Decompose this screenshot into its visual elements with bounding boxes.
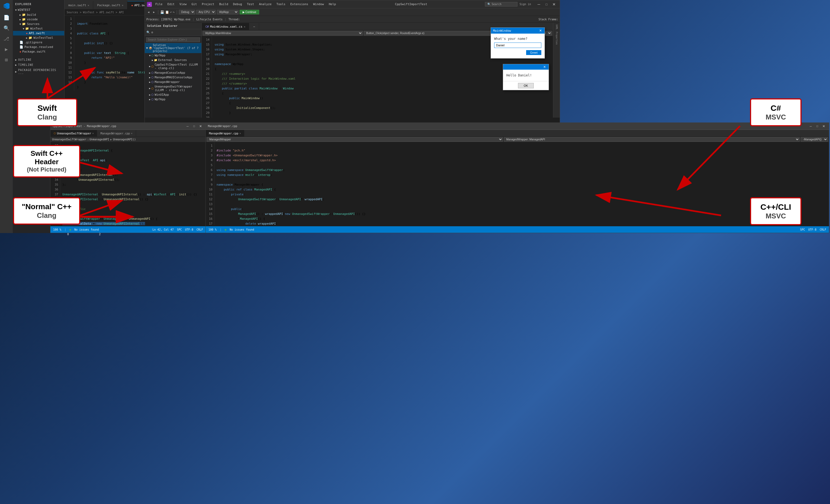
br-win-controls: ─ □ ✕	[808, 124, 827, 129]
dialog-close-btn[interactable]: ✕	[539, 29, 542, 33]
se-external-sources[interactable]: ▶ 📁 External Sources	[145, 58, 201, 62]
br-eol: CRLF	[820, 228, 826, 231]
tab-managed-wrapper-cpp[interactable]: ManagedWrapper.cpp ✕	[97, 130, 136, 137]
solution-explorer: Solution Explorer 🔍 ⚙ ▼ 📦 Solution 'CppS…	[145, 23, 202, 117]
ok-btn[interactable]: OK	[518, 83, 534, 88]
outline-header[interactable]: ▶OUTLINE	[13, 57, 64, 62]
ann-normal-cpp-title: "Normal" C++	[20, 202, 74, 211]
br-maximize-btn[interactable]: □	[814, 124, 820, 129]
se-unmanaged-wrapper[interactable]: ▶ ⬡ UnmanagedSwiftWrapper (LLVM - clang-…	[145, 84, 201, 92]
se-cpp-swift[interactable]: ▶ ⬡ CppSwiftImportTest (LLVM - clang-cl)	[145, 62, 201, 70]
tab-package-swift[interactable]: Package.swift ✕	[93, 1, 127, 9]
dialog-greet-body: What's your name? Greet	[491, 34, 545, 58]
se-winui[interactable]: ▶ ⬡ WinUIApp	[145, 92, 201, 97]
br-code-container[interactable]: 12345 678910 1112131415 1617181920 21222…	[206, 142, 829, 225]
se-header: Solution Explorer	[145, 23, 201, 29]
ann-swift-subtitle: Clang	[24, 113, 71, 122]
se-managed-maui[interactable]: ▶ ⬡ ManagedMAUIConsoleApp	[145, 75, 201, 80]
vscode-tabs-bar: main.swift ✕ Package.swift ✕ ◆ API.swift…	[65, 0, 145, 9]
sidebar-item-api-swift[interactable]: ◆ API.swift	[13, 31, 64, 35]
se-solution-item[interactable]: ▼ 📦 Solution 'CppSwiftImportTest' (7 of …	[145, 43, 201, 53]
vs-close-btn[interactable]: ✕	[550, 1, 557, 7]
target-select[interactable]: WpfApp	[217, 10, 238, 14]
bl-close-btn[interactable]: ✕	[198, 124, 203, 129]
sidebar-item-vscode[interactable]: ▶ 📁 vscode	[13, 17, 64, 22]
bl-no-issues-text: No issues found	[74, 228, 99, 231]
dialog-name-input[interactable]	[494, 42, 541, 48]
br-statusbar: 100 % | ● No issues found SPC UTF-8 CRLF	[206, 226, 829, 233]
sidebar-item-wintest-sub[interactable]: ▼ 📁 WinTest	[13, 26, 64, 31]
sidebar-item-package-swift[interactable]: ◆ Package.swift	[13, 49, 64, 54]
code-content: import Foundation public class API { pub…	[74, 15, 145, 91]
debug-activity-icon[interactable]: ▶	[5, 46, 8, 52]
vs-namespace-select[interactable]: WpfApp.MainWindow	[203, 31, 363, 35]
greet-btn[interactable]: Greet	[526, 50, 541, 55]
sidebar-item-package-resolved[interactable]: 📄 Package.resolved	[13, 45, 64, 49]
br-titlebar: ManagedWrapper.cpp ─ □ ✕	[206, 123, 829, 130]
explorer-header: EXPLORER	[13, 0, 64, 7]
sidebar-item-gitignore[interactable]: 📄 .gitignore	[13, 40, 64, 45]
dialog-greet: MainWindow ✕ What's your name? Greet	[491, 27, 545, 59]
se-managed-console[interactable]: ▶ ⬡ ManagedConsoleApp	[145, 70, 201, 75]
sidebar-item-sources[interactable]: ▼ 📁 Sources	[13, 22, 64, 26]
continue-btn[interactable]: ▶ Continue	[240, 10, 259, 14]
bl-maximize-btn[interactable]: □	[191, 124, 197, 129]
se-search	[145, 36, 201, 43]
br-dropdown-bar: ManagedWrapper ManagedWrapper::ManagedAP…	[206, 137, 829, 142]
se-wpfapp-top[interactable]: ▼ ⬡ WpfApp	[145, 53, 201, 58]
ann-swift-cpp-title: Swift C++ Header	[19, 149, 75, 166]
dialog-greet-titlebar: MainWindow ✕	[491, 28, 545, 34]
tab-unmanaged-wrapper[interactable]: ⬡ UnmanagedSwiftWrapper ✕	[51, 130, 97, 137]
bl-tabs: ⬡ UnmanagedSwiftWrapper ✕ ManagedWrapper…	[51, 130, 206, 137]
vs-toolbar: ◀ ▶ 💾 📋 ↶ ↷ Debug Any CPU WpfApp ▶ Conti…	[145, 8, 560, 16]
sidebar-item-wintest[interactable]: ▼ WINTEST	[13, 7, 64, 12]
bl-no-issues-dot: ●	[69, 228, 71, 231]
tab-mainwindow-xaml-cs[interactable]: C# MainWindow.xaml.cs ✕	[202, 23, 249, 30]
bl-code-text: class UnmanagedAPIInternal { public: Win…	[60, 142, 199, 225]
tab-main-swift[interactable]: main.swift ✕	[65, 1, 93, 9]
br-no-issues-text: No issues found	[230, 228, 254, 231]
br-member-select[interactable]: ManagedWrapper::ManagedAPI	[504, 137, 800, 142]
vs-titlebar: ∞ File Edit View Git Project Build Debug…	[145, 0, 560, 8]
ann-swift-title: Swift	[24, 103, 71, 113]
vscode-logo-icon	[3, 2, 10, 10]
explorer-icon[interactable]: 📄	[3, 14, 9, 20]
package-deps-header[interactable]: ▶PACKAGE DEPENDENCIES ...	[13, 67, 64, 76]
vs-toolbar2: Process: [20876] WpfApp.exe | Lifecycle …	[145, 16, 560, 23]
br-namespace-select[interactable]: ManagedWrapper	[207, 137, 503, 142]
process-label: Process: [20876] WpfApp.exe	[147, 18, 191, 21]
se-search-input[interactable]	[146, 37, 200, 42]
sidebar-item-wintest-tool[interactable]: ▶ 📁 WinTestTool	[13, 35, 64, 40]
toolbar-fwd-btn[interactable]: ▶	[152, 10, 156, 14]
bl-minimize-btn[interactable]: ─	[185, 124, 191, 129]
vs-minimize-btn[interactable]: ─	[535, 1, 542, 7]
vs-logo-icon: ∞	[147, 2, 152, 7]
vs-main-window: ∞ File Edit View Git Project Build Debug…	[145, 0, 560, 125]
bl-breadcrumb: UnmanagedSwiftWrapper::UnmanagedAPI ▶ Un…	[51, 137, 206, 142]
timeline-header[interactable]: ▶TIMELINE	[13, 62, 64, 67]
line-numbers: 12345 678910 11121314	[65, 15, 74, 91]
debug-config-select[interactable]: Debug	[179, 10, 195, 14]
se-managed-wrapper[interactable]: ▶ ⬡ ManagedWrapper	[145, 80, 201, 84]
dialog-hello-footer: OK	[503, 81, 549, 90]
lifecycle-label: Lifecycle Events	[196, 18, 223, 21]
br-minimize-btn[interactable]: ─	[808, 124, 814, 129]
vs-signin[interactable]: Sign in	[520, 3, 531, 6]
extensions-icon[interactable]: ⊞	[5, 57, 8, 63]
tab-br-managed-wrapper[interactable]: ManagedWrapper.cpp ✕	[206, 130, 245, 137]
br-close-btn[interactable]: ✕	[821, 124, 827, 129]
vs-search-box[interactable]: 🔍Search	[485, 2, 517, 6]
search-activity-icon[interactable]: 🔍	[3, 25, 9, 31]
platform-select[interactable]: Any CPU	[196, 10, 216, 14]
toolbar-back-btn[interactable]: ◀	[147, 10, 151, 14]
br-nav-select[interactable]: -ManagedAPI()	[801, 137, 828, 142]
sidebar-item-build[interactable]: ▶ 📁 build	[13, 12, 64, 17]
git-icon[interactable]: ⎇	[3, 36, 9, 41]
tab-more[interactable]: ⋯	[249, 23, 259, 30]
vs-right-panel: XAML Properties	[553, 23, 560, 117]
annotation-cpp-cli: C++/CLI MSVC	[750, 197, 802, 225]
stack-label: Stack Frame:	[539, 18, 558, 21]
vs-maximize-btn[interactable]: □	[543, 1, 550, 7]
hello-close-btn[interactable]: ✕	[543, 65, 546, 69]
se-wpfapp-bottom[interactable]: ▶ ⬡ WpfApp	[145, 97, 201, 102]
